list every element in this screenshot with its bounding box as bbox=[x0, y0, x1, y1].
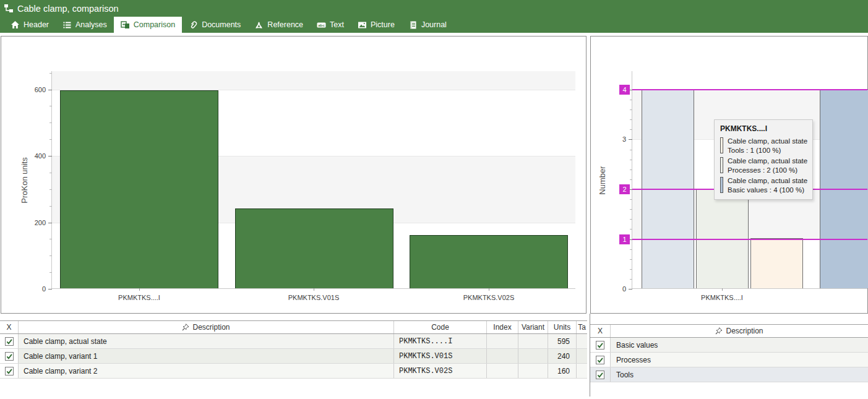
y-minor-tick bbox=[630, 199, 632, 200]
row-checkbox[interactable] bbox=[596, 356, 604, 364]
check-icon bbox=[596, 356, 604, 364]
cell-code: PKMKTKS.V02S bbox=[394, 364, 487, 378]
tab-label: Header bbox=[24, 20, 49, 29]
y-minor-tick bbox=[630, 269, 632, 270]
reference-line-label-4: 4 bbox=[619, 85, 630, 95]
tooltip-series-name: Cable clamp, actual state bbox=[728, 137, 807, 146]
bar-PKMKTKS....I[interactable] bbox=[60, 90, 218, 288]
cell-units: 240 bbox=[548, 349, 577, 363]
cell-code: PKMKTKS.V01S bbox=[394, 349, 487, 363]
y-minor-tick bbox=[49, 122, 52, 123]
reference-line-label-2: 2 bbox=[619, 184, 630, 194]
bar-PKMKTKS.V01S[interactable] bbox=[235, 208, 393, 288]
row-checkbox[interactable] bbox=[5, 367, 14, 375]
tab-label: Journal bbox=[421, 20, 447, 29]
application-window: Cable clamp, comparison Header Analyses … bbox=[0, 0, 868, 399]
tab-label: Documents bbox=[202, 20, 241, 29]
categories-table-header-row: X Description bbox=[590, 324, 868, 338]
y-minor-tick bbox=[630, 100, 632, 100]
table-row[interactable]: Cable clamp, variant 1 PKMKTKS.V01S 240 bbox=[0, 349, 587, 364]
y-tick bbox=[48, 289, 52, 290]
abc-icon: abc bbox=[317, 20, 326, 30]
tooltip-series-name: Cable clamp, actual state bbox=[728, 176, 807, 186]
x-category-label: PKMKTKS.V01S bbox=[288, 294, 340, 301]
table-row[interactable]: Cable clamp, variant 2 PKMKTKS.V02S 160 bbox=[0, 364, 587, 379]
y-minor-tick bbox=[630, 169, 632, 170]
y-minor-tick bbox=[49, 73, 52, 74]
tab-label: Picture bbox=[371, 20, 395, 29]
row-checkbox[interactable] bbox=[596, 371, 604, 379]
cell-variant bbox=[518, 334, 548, 348]
tab-header[interactable]: Header bbox=[4, 17, 56, 33]
cell-description: Cable clamp, actual state bbox=[19, 334, 394, 348]
tab-reference[interactable]: Reference bbox=[247, 17, 310, 33]
cell-code: PKMKTKS....I bbox=[394, 334, 487, 348]
table-row[interactable]: Processes bbox=[590, 353, 868, 367]
pin-icon bbox=[182, 324, 189, 331]
y-tick bbox=[48, 90, 52, 90]
tab-analyses[interactable]: Analyses bbox=[56, 17, 114, 33]
x-tick bbox=[489, 288, 489, 291]
hierarchy-icon bbox=[4, 4, 14, 14]
column-header-x[interactable]: X bbox=[590, 325, 611, 337]
x-category-label: PKMKTKS.V02S bbox=[463, 294, 515, 301]
y-tick-label: 200 bbox=[35, 219, 46, 226]
cell-units: 595 bbox=[548, 334, 577, 348]
table-row[interactable]: Basic values bbox=[590, 338, 868, 353]
categories-table: X Description Basic values bbox=[590, 324, 868, 382]
x-category-label: PKMKTKS....I bbox=[701, 294, 743, 301]
y-minor-tick bbox=[49, 206, 52, 207]
y-minor-tick bbox=[630, 259, 632, 260]
table-row selected-row[interactable]: Tools bbox=[590, 367, 868, 382]
y-tick bbox=[48, 156, 52, 157]
journal-icon bbox=[408, 20, 418, 30]
tab-picture[interactable]: Picture bbox=[351, 17, 402, 33]
column-header-description[interactable]: Description bbox=[19, 321, 394, 333]
check-icon bbox=[6, 353, 13, 360]
list-icon bbox=[62, 20, 72, 30]
house-icon bbox=[11, 20, 20, 30]
column-header-variant[interactable]: Variant bbox=[518, 321, 548, 333]
y-minor-tick bbox=[49, 239, 52, 239]
cell-description: Basic values bbox=[611, 338, 868, 352]
tooltip-item: Cable clamp, actual state Basic values :… bbox=[720, 176, 807, 194]
cell-description: Processes bbox=[611, 353, 868, 367]
column-header-units[interactable]: Units bbox=[548, 321, 577, 333]
pin-icon bbox=[715, 327, 723, 335]
check-icon bbox=[596, 371, 604, 379]
reference-line-4 bbox=[632, 89, 867, 90]
left-chart-plot[interactable]: 0 200 400 600 PKMKTKS....I PKMKTKS.V01S … bbox=[51, 71, 575, 289]
y-minor-tick bbox=[630, 150, 632, 150]
table-row[interactable]: Cable clamp, actual state PKMKTKS....I 5… bbox=[0, 334, 587, 349]
column-header-description[interactable]: Description bbox=[611, 325, 868, 337]
tooltip-series-value: Tools : 1 (100 %) bbox=[728, 146, 807, 155]
tooltip-series-value: Processes : 2 (100 %) bbox=[728, 166, 807, 175]
tab-journal[interactable]: Journal bbox=[402, 17, 453, 33]
x-tick bbox=[314, 288, 314, 291]
variants-table: X Description Code Index Variant Units T… bbox=[0, 320, 587, 379]
y-tick-label: 400 bbox=[35, 152, 46, 160]
tab-documents[interactable]: Documents bbox=[182, 17, 247, 33]
y-tick-label: 0 bbox=[42, 285, 46, 293]
y-minor-tick bbox=[49, 106, 52, 106]
tab-text[interactable]: abc Text bbox=[310, 17, 351, 33]
row-checkbox[interactable] bbox=[5, 337, 14, 346]
tab-comparison[interactable]: Comparison bbox=[114, 17, 182, 33]
cell-description: Tools bbox=[611, 367, 868, 382]
y-minor-tick bbox=[49, 173, 52, 173]
column-header-index[interactable]: Index bbox=[487, 321, 518, 333]
y-minor-tick bbox=[49, 272, 52, 273]
right-chart-plot[interactable]: 0 3 PKMKTKS....I PKMKTKS....I Cable clam… bbox=[632, 71, 867, 289]
column-header-target[interactable]: Ta bbox=[577, 321, 587, 333]
row-checkbox[interactable] bbox=[5, 352, 14, 361]
row-checkbox[interactable] bbox=[596, 341, 604, 350]
band bbox=[52, 71, 575, 90]
bar-PKMKTKS.V02S[interactable] bbox=[410, 235, 568, 288]
bar-tools[interactable] bbox=[750, 238, 803, 288]
column-header-code[interactable]: Code bbox=[394, 321, 487, 333]
cell-index bbox=[487, 349, 518, 363]
window-title: Cable clamp, comparison bbox=[17, 4, 119, 14]
left-chart-y-axis-title: ProKon units bbox=[20, 147, 29, 215]
column-header-x[interactable]: X bbox=[0, 321, 19, 333]
cell-description: Cable clamp, variant 2 bbox=[19, 364, 394, 378]
